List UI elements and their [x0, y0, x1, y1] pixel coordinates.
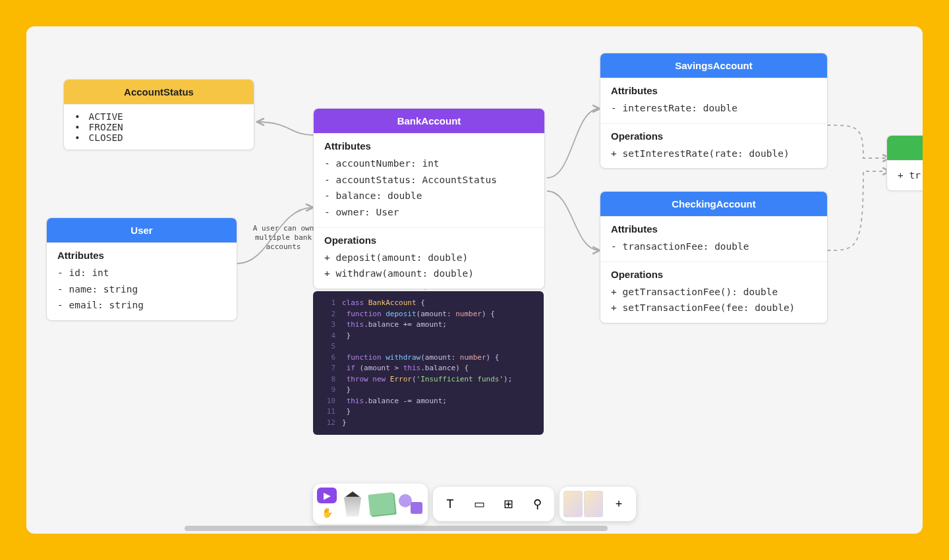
attr-line: - accountNumber: int	[324, 155, 534, 172]
hand-icon: ✋	[322, 507, 333, 518]
templates-button[interactable]	[563, 491, 603, 517]
diagram-canvas[interactable]: AccountStatus ACTIVE FROZEN CLOSED User …	[26, 26, 923, 534]
plus-icon: +	[616, 497, 623, 511]
attr-line: - accountStatus: AccountStatus	[324, 172, 534, 188]
attr-line: - email: string	[57, 297, 226, 314]
text-tool[interactable]: T	[437, 491, 463, 517]
templates-icon	[563, 491, 603, 517]
enum-item: ACTIVE	[74, 111, 243, 122]
node-account-status[interactable]: AccountStatus ACTIVE FROZEN CLOSED	[63, 79, 254, 150]
stamp-tool[interactable]: ⚲	[524, 491, 550, 517]
node-bank-account[interactable]: BankAccount Attributes - accountNumber: …	[313, 108, 545, 289]
node-savings-account[interactable]: SavingsAccount Attributes - interestRate…	[600, 53, 828, 169]
toolbar: ▶ ✋ T ▭ ⊞ ⚲ +	[313, 484, 636, 524]
section-attributes-label: Attributes	[57, 250, 226, 261]
edge-label-user-bankaccount: A user can own multiple bank accounts	[244, 224, 323, 251]
node-title: User	[47, 218, 237, 242]
attr-line: - owner: User	[324, 204, 534, 221]
attr-line: - transactionFee: double	[611, 238, 817, 255]
op-line: + setInterestRate(rate: double)	[611, 146, 817, 162]
op-line: + deposit(amount: double)	[324, 250, 534, 266]
cursor-icon: ▶	[324, 490, 331, 501]
op-line: + withdraw(amount: double)	[324, 266, 534, 282]
pen-icon	[344, 491, 361, 517]
tool-group-secondary: T ▭ ⊞ ⚲	[433, 487, 554, 521]
add-tool-button[interactable]: +	[606, 491, 632, 517]
section-operations-label: Operations	[324, 235, 534, 246]
sticky-note-icon	[368, 492, 395, 516]
section-operations-label: Operations	[611, 269, 817, 280]
enum-list: ACTIVE FROZEN CLOSED	[74, 111, 243, 143]
tool-group-templates: +	[560, 487, 636, 521]
enum-item: FROZEN	[74, 122, 243, 132]
section-tool[interactable]: ▭	[466, 491, 492, 517]
attr-line: - name: string	[57, 281, 226, 298]
node-title: SavingsAccount	[600, 53, 827, 78]
text-icon: T	[447, 497, 454, 511]
horizontal-scrollbar[interactable]	[185, 526, 890, 531]
node-partial-green[interactable]: + tr	[886, 135, 923, 191]
section-icon: ▭	[474, 497, 485, 511]
section-attributes-label: Attributes	[324, 140, 534, 152]
op-line: + tr	[898, 167, 923, 184]
node-user[interactable]: User Attributes - id: int - name: string…	[46, 217, 237, 321]
pen-tool[interactable]	[339, 491, 366, 517]
sticky-note-tool[interactable]	[368, 491, 395, 517]
shapes-tool[interactable]	[397, 491, 424, 517]
attr-line: - balance: double	[324, 188, 534, 204]
enum-item: CLOSED	[74, 132, 243, 143]
scrollbar-thumb[interactable]	[185, 526, 608, 531]
op-line: + setTransactionFee(fee: double)	[611, 300, 817, 316]
table-tool[interactable]: ⊞	[495, 491, 521, 517]
attr-line: - interestRate: double	[611, 100, 817, 117]
node-checking-account[interactable]: CheckingAccount Attributes - transaction…	[600, 191, 828, 323]
section-attributes-label: Attributes	[611, 223, 817, 235]
node-title: AccountStatus	[64, 80, 254, 104]
node-title: CheckingAccount	[600, 192, 827, 216]
op-line: + getTransactionFee(): double	[611, 284, 817, 300]
select-tool[interactable]: ▶	[317, 488, 337, 503]
attr-line: - id: int	[57, 265, 226, 281]
shapes-icon	[399, 494, 422, 514]
table-icon: ⊞	[503, 497, 513, 511]
section-attributes-label: Attributes	[611, 85, 817, 96]
node-title: BankAccount	[314, 109, 544, 133]
section-operations-label: Operations	[611, 130, 817, 142]
code-block[interactable]: 1class BankAccount {2 function deposit(a…	[313, 291, 544, 435]
hand-tool[interactable]: ✋	[317, 505, 337, 520]
node-title	[887, 136, 923, 160]
tool-group-primary: ▶ ✋	[313, 484, 428, 524]
stamp-icon: ⚲	[533, 497, 542, 511]
